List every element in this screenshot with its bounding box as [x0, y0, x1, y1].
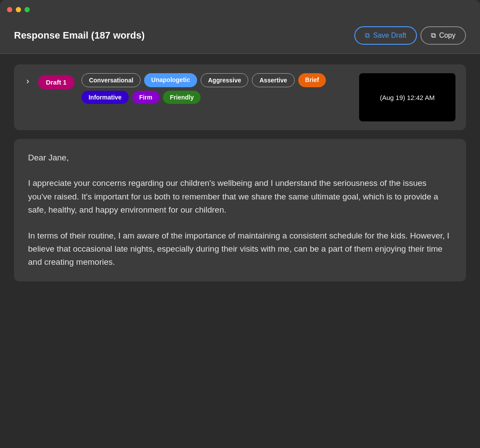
tone-tag-conversational[interactable]: Conversational	[81, 73, 141, 87]
tone-tag-brief[interactable]: Brief	[298, 73, 326, 87]
tone-tag-informative[interactable]: Informative	[81, 91, 128, 104]
email-greeting: Dear Jane,	[28, 151, 452, 164]
email-paragraph-2: In terms of their routine, I am aware of…	[28, 229, 452, 269]
email-body: Dear Jane, I appreciate your concerns re…	[28, 151, 452, 269]
tone-tags-container: Conversational Unapologetic Aggressive A…	[81, 73, 352, 104]
draft-timestamp: (Aug 19) 12:42 AM	[359, 73, 455, 121]
header: Response Email (187 words) ⧉ Save Draft …	[0, 19, 480, 54]
save-draft-button[interactable]: ⧉ Save Draft	[354, 26, 417, 45]
expand-button[interactable]: ›	[25, 76, 31, 86]
tone-tag-unapologetic[interactable]: Unapologetic	[144, 73, 197, 87]
header-actions: ⧉ Save Draft ⧉ Copy	[354, 26, 466, 45]
main-content: › Draft 1 Conversational Unapologetic Ag…	[0, 54, 480, 292]
maximize-button[interactable]	[25, 7, 30, 12]
save-draft-label: Save Draft	[373, 32, 406, 39]
copy-button[interactable]: ⧉ Copy	[420, 26, 466, 45]
tone-tag-firm[interactable]: Firm	[132, 91, 159, 104]
tone-tag-friendly[interactable]: Friendly	[163, 91, 201, 104]
tone-tag-aggressive[interactable]: Aggressive	[201, 73, 248, 87]
email-card: Dear Jane, I appreciate your concerns re…	[14, 139, 466, 281]
minimize-button[interactable]	[16, 7, 21, 12]
copy-icon: ⧉	[431, 32, 436, 39]
save-draft-icon: ⧉	[365, 32, 370, 39]
close-button[interactable]	[7, 7, 12, 12]
title-bar	[0, 0, 480, 19]
page-title: Response Email (187 words)	[14, 30, 145, 41]
copy-label: Copy	[439, 32, 455, 39]
draft-badge[interactable]: Draft 1	[38, 75, 75, 89]
tone-tag-assertive[interactable]: Assertive	[252, 73, 294, 87]
email-paragraph-1: I appreciate your concerns regarding our…	[28, 177, 452, 217]
draft-card: › Draft 1 Conversational Unapologetic Ag…	[14, 64, 466, 130]
